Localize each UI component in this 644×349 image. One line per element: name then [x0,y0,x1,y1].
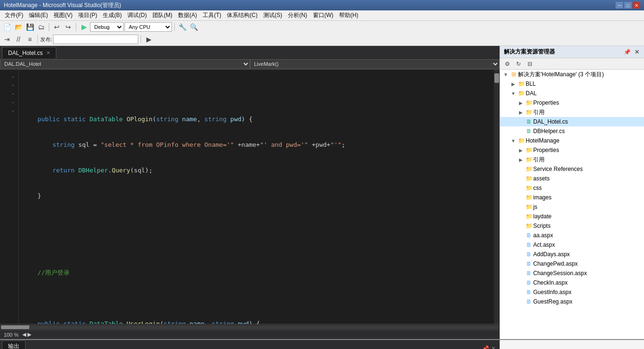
start-button[interactable]: ▶ [79,22,89,32]
tree-js[interactable]: 📁 js [500,202,644,212]
menu-debug[interactable]: 调试(D) [125,10,150,20]
editor-hscrollbar[interactable] [0,324,500,330]
se-close-button[interactable]: ✕ [634,49,640,55]
editor-nav-class[interactable]: DAL.DAL_Hotel [0,59,250,69]
guestreg-arrow [517,299,525,304]
tree-hm-references[interactable]: ▶ 📁 引用 [500,155,644,164]
format-button[interactable]: ≡ [25,34,35,45]
menu-arch[interactable]: 体系结构(C) [224,10,260,20]
tree-scripts[interactable]: 📁 Scripts [500,221,644,231]
menu-tools[interactable]: 工具(T) [200,10,224,20]
se-properties-button[interactable]: ⚙ [502,59,512,69]
menu-file[interactable]: 文件(F) [2,10,26,20]
output-panel-close[interactable]: ✕ [491,345,496,349]
tree-bll[interactable]: ▶ 📁 BLL [500,79,644,89]
service-ref-icon: 📁 [525,166,533,172]
main-layout: DAL_Hotel.cs ✕ DAL.DAL_Hotel LiveMark() … [0,46,644,339]
tree-dal-references[interactable]: ▶ 📁 引用 [500,107,644,117]
tree-hotelmanage[interactable]: ▼ 📁 HotelManage [500,136,644,145]
code-line: } [23,192,490,200]
save-all-button[interactable]: 🗂 [36,22,46,32]
toolbar-area: 📄 📂 💾 🗂 ↩ ↪ ▶ Debug Release Any CPU 🔧 🔍 … [0,21,644,46]
tree-changesession-aspx[interactable]: 🗎 ChangeSession.aspx [500,268,644,278]
menu-edit[interactable]: 编辑(E) [26,10,51,20]
save-button[interactable]: 💾 [25,22,35,32]
se-toolbar: ⚙ ↻ ⊟ [500,58,644,70]
zoom-controls[interactable]: ◀ ▶ [22,331,31,338]
menu-data[interactable]: 数据(A) [175,10,200,20]
tree-assets[interactable]: 📁 assets [500,174,644,183]
editor-nav: DAL.DAL_Hotel LiveMark() [0,58,500,70]
hm-label: HotelManage [526,137,644,144]
hm-references-icon: 📁 [525,156,533,163]
menu-analyze[interactable]: 分析(N) [285,10,310,20]
code-editor[interactable]: - - - - - [0,70,500,324]
se-header: 解决方案资源管理器 📌 ✕ [500,46,644,58]
code-content[interactable]: public static DataTable OPlogin(string n… [19,70,494,324]
tree-images[interactable]: 📁 images [500,193,644,202]
tree-laydate[interactable]: 📁 laydate [500,212,644,221]
redo-button[interactable]: ↪ [63,22,73,32]
tree-aa-aspx[interactable]: 🗎 aa.aspx [500,231,644,240]
publish-input[interactable] [53,35,138,44]
zoom-bar: 100 % ◀ ▶ [0,330,500,339]
line-numbers: - - - - - [0,70,19,324]
se-bottom [500,340,644,349]
editor-vscrollbar[interactable] [494,70,500,324]
editor-tab-close[interactable]: ✕ [46,50,50,55]
close-button[interactable]: ✕ [633,2,640,9]
output-panel-pin[interactable]: 📌 [482,345,489,349]
laydate-icon: 📁 [525,213,533,220]
toolbar-sep-2 [76,23,76,31]
minimize-button[interactable]: ─ [616,2,623,9]
hm-props-arrow: ▶ [517,148,525,153]
maximize-button[interactable]: □ [624,2,632,9]
menu-window[interactable]: 窗口(W) [310,10,336,20]
solution-explorer: 解决方案资源管理器 📌 ✕ ⚙ ↻ ⊟ ▼ ⊞ 解决方案'HotelManage… [500,46,644,339]
new-file-button[interactable]: 📄 [2,22,12,32]
editor-nav-method[interactable]: LiveMark() [250,59,500,69]
tree-dal[interactable]: ▼ 📁 DAL [500,89,644,98]
menu-test[interactable]: 测试(S) [260,10,285,20]
tree-dbhelper-cs[interactable]: 🗎 DBHelper.cs [500,126,644,136]
tree-service-references[interactable]: 📁 Service References [500,164,644,174]
publish-button[interactable]: ▶ [143,34,154,45]
menu-build[interactable]: 生成(B) [100,10,125,20]
editor-tab-dal-hotel[interactable]: DAL_Hotel.cs ✕ [2,47,56,58]
se-refresh-button[interactable]: ↻ [513,59,524,69]
tree-act-aspx[interactable]: 🗎 Act.aspx [500,240,644,250]
indent-button[interactable]: ⇥ [2,34,12,45]
menu-help[interactable]: 帮助(H) [336,10,361,20]
tree-guestreg-aspx[interactable]: 🗎 GuestReg.aspx [500,297,644,306]
debug-config-dropdown[interactable]: Debug Release [90,22,124,32]
toolbar-btn-extra1[interactable]: 🔧 [177,22,188,32]
se-tree: ▼ ⊞ 解决方案'HotelManage' (3 个项目) ▶ 📁 BLL ▼ … [500,70,644,339]
tree-dal-properties[interactable]: ▶ 📁 Properties [500,98,644,107]
tree-adddays-aspx[interactable]: 🗎 AddDays.aspx [500,250,644,259]
code-line: return DBHelper.Query(sql); [23,166,490,175]
changepwd-icon: 🗎 [525,260,533,267]
menu-view[interactable]: 视图(V) [51,10,75,20]
bll-label: BLL [526,81,644,87]
tree-css[interactable]: 📁 css [500,183,644,193]
tree-dal-hotel-cs[interactable]: 🗎 DAL_Hotel.cs [500,117,644,126]
laydate-label: laydate [533,213,644,220]
tree-guestinfo-aspx[interactable]: 🗎 GuestInfo.aspx [500,287,644,297]
open-button[interactable]: 📂 [13,22,24,32]
platform-dropdown[interactable]: Any CPU [125,22,172,32]
menu-project[interactable]: 项目(P) [75,10,100,20]
hscroll-thumb[interactable] [1,325,29,329]
undo-button[interactable]: ↩ [52,22,62,32]
tree-root[interactable]: ▼ ⊞ 解决方案'HotelManage' (3 个项目) [500,70,644,79]
comment-button[interactable]: // [13,34,24,45]
se-collapse-button[interactable]: ⊟ [525,59,535,69]
properties-icon: 📁 [525,99,533,106]
output-tab[interactable]: 输出 [2,340,26,349]
vscroll-thumb[interactable] [494,73,499,83]
se-pin-button[interactable]: 📌 [623,49,632,55]
toolbar-btn-extra2[interactable]: 🔍 [188,22,199,32]
tree-changepwd-aspx[interactable]: 🗎 ChangePwd.aspx [500,259,644,268]
menu-team[interactable]: 团队(M) [150,10,175,20]
tree-hm-properties[interactable]: ▶ 📁 Properties [500,145,644,155]
tree-checkin-aspx[interactable]: 🗎 CheckIn.aspx [500,278,644,287]
